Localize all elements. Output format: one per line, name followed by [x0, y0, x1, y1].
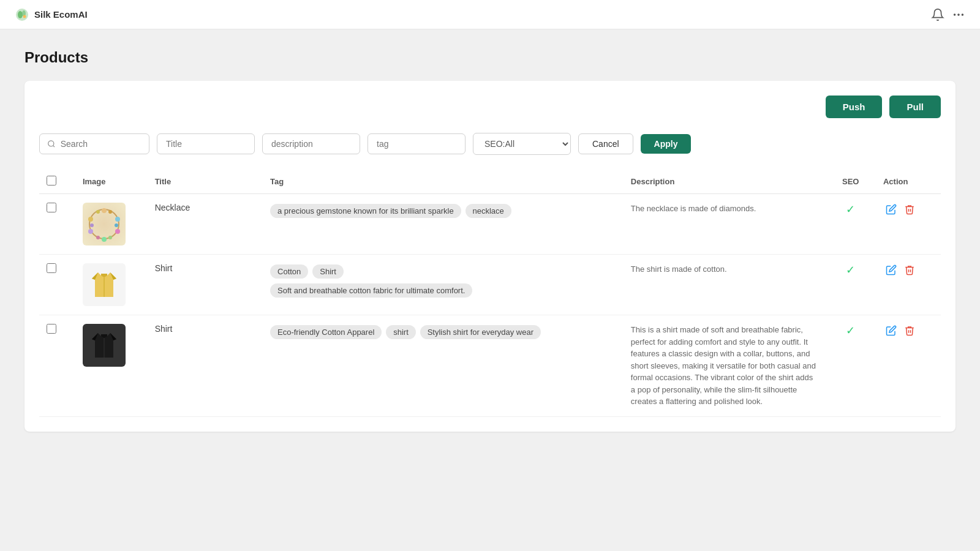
- logo-icon: [15, 7, 29, 22]
- seo-filter-select[interactable]: SEO:All SEO:Yes SEO:No: [473, 133, 571, 155]
- tag-pill: shirt: [386, 325, 416, 339]
- delete-button[interactable]: [902, 203, 918, 219]
- svg-point-21: [96, 210, 100, 214]
- svg-point-5: [962, 14, 963, 15]
- topbar: Silk EcomAI: [0, 0, 980, 29]
- row-actions: [876, 194, 941, 255]
- seo-check-icon: ✓: [846, 264, 855, 276]
- tag-pill: Shirt: [312, 264, 344, 279]
- search-icon: [47, 139, 56, 149]
- col-header-seo: SEO: [826, 170, 876, 194]
- svg-line-8: [53, 146, 55, 147]
- svg-point-11: [115, 217, 120, 222]
- product-title: Shirt: [148, 255, 263, 315]
- col-header-title: Title: [148, 170, 263, 194]
- description-filter-input[interactable]: [262, 133, 360, 154]
- svg-point-12: [115, 229, 120, 234]
- svg-point-16: [108, 210, 112, 214]
- table-header-row: Image Title Tag Description SEO Action: [39, 170, 941, 194]
- product-image: [83, 203, 126, 246]
- pull-button[interactable]: Pull: [889, 96, 941, 118]
- product-tags: Eco-friendly Cotton Apparel shirt Stylis…: [263, 315, 624, 417]
- product-title: Necklace: [148, 194, 263, 255]
- svg-point-3: [23, 15, 26, 18]
- product-tags: a precious gemstone known for its brilli…: [263, 194, 624, 255]
- edit-button[interactable]: [883, 324, 899, 340]
- product-description: This is a shirt made of soft and breatha…: [631, 325, 816, 406]
- row-actions: [876, 315, 941, 417]
- app-name: Silk EcomAI: [34, 9, 88, 20]
- cancel-button[interactable]: Cancel: [578, 133, 633, 154]
- tag-pill: necklace: [466, 204, 511, 218]
- svg-point-18: [108, 236, 112, 239]
- svg-point-7: [48, 141, 54, 146]
- row-checkbox[interactable]: [47, 324, 56, 334]
- tag-pill: a precious gemstone known for its brilli…: [270, 204, 461, 218]
- svg-point-9: [89, 209, 119, 239]
- tag-pill: Stylish shirt for everyday wear: [420, 325, 541, 339]
- seo-check-icon: ✓: [846, 203, 855, 216]
- svg-point-19: [96, 236, 100, 239]
- product-image: [83, 263, 126, 306]
- apply-button[interactable]: Apply: [641, 134, 692, 154]
- products-table: Image Title Tag Description SEO Action: [39, 170, 941, 417]
- seo-check-icon: ✓: [846, 324, 855, 337]
- col-header-image: Image: [75, 170, 148, 194]
- title-filter-input[interactable]: [157, 133, 255, 154]
- filters-bar: SEO:All SEO:Yes SEO:No Cancel Apply: [39, 133, 941, 155]
- product-description: The necklace is made of diamonds.: [631, 204, 756, 213]
- page-title: Products: [24, 49, 956, 66]
- row-checkbox[interactable]: [47, 203, 56, 212]
- svg-point-4: [958, 14, 959, 15]
- product-image: [83, 324, 126, 367]
- select-all-checkbox[interactable]: [47, 176, 56, 186]
- svg-point-14: [88, 229, 93, 234]
- col-header-description: Description: [624, 170, 826, 194]
- svg-point-17: [115, 223, 118, 227]
- menu-icon[interactable]: [952, 8, 965, 21]
- svg-point-10: [102, 208, 107, 213]
- product-tags: Cotton Shirt Soft and breathable cotton …: [263, 255, 624, 315]
- topbar-actions: [931, 8, 965, 21]
- svg-point-13: [102, 237, 107, 242]
- table-row: Shirt Eco-friendly Cotton Apparel shirt …: [39, 315, 941, 417]
- col-header-action: Action: [876, 170, 941, 194]
- row-actions: [876, 255, 941, 315]
- product-description: The shirt is made of cotton.: [631, 264, 727, 274]
- push-button[interactable]: Push: [826, 96, 883, 118]
- notification-icon[interactable]: [931, 8, 944, 21]
- delete-button[interactable]: [902, 263, 918, 279]
- row-checkbox[interactable]: [47, 263, 56, 273]
- table-row: Necklace a precious gemstone known for i…: [39, 194, 941, 255]
- search-input[interactable]: [61, 139, 141, 149]
- col-header-tag: Tag: [263, 170, 624, 194]
- tag-filter-input[interactable]: [368, 133, 466, 154]
- delete-button[interactable]: [902, 324, 918, 340]
- product-title: Shirt: [148, 315, 263, 417]
- tag-pill: Eco-friendly Cotton Apparel: [270, 325, 382, 339]
- svg-point-15: [88, 217, 93, 222]
- edit-button[interactable]: [883, 203, 899, 219]
- svg-point-1: [18, 11, 23, 18]
- svg-point-6: [954, 14, 956, 15]
- page-content: Products Push Pull SEO:All SEO:Yes SEO:N…: [0, 29, 980, 451]
- tag-pill: Cotton: [270, 264, 308, 279]
- table-row: Shirt Cotton Shirt Soft and breathable c…: [39, 255, 941, 315]
- card-actions-top: Push Pull: [39, 96, 941, 118]
- edit-button[interactable]: [883, 263, 899, 279]
- search-field-wrapper: [39, 133, 149, 154]
- svg-point-20: [90, 223, 94, 227]
- app-logo: Silk EcomAI: [15, 7, 88, 22]
- tag-pill: Soft and breathable cotton fabric for ul…: [270, 283, 472, 298]
- products-card: Push Pull SEO:All SEO:Yes SEO:No Cancel …: [24, 81, 956, 432]
